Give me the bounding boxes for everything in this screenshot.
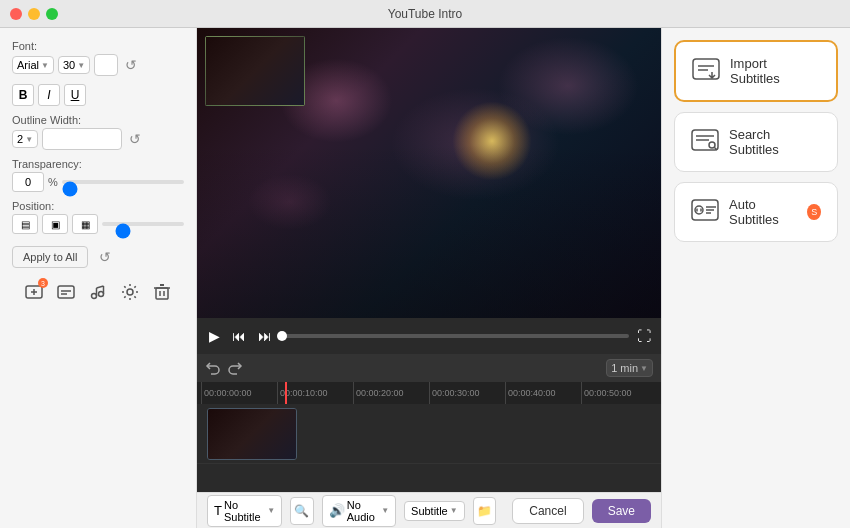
bottom-bar: T No Subtitle ▼ 🔍 🔊 No Audio ▼ Subtitle … [197, 492, 661, 528]
minimize-button[interactable] [28, 8, 40, 20]
search-subtitle-label: Search Subtitles [729, 127, 821, 157]
outline-refresh-button[interactable]: ↺ [126, 130, 144, 148]
playhead [285, 382, 287, 404]
timeline-left-tools [205, 360, 243, 376]
ruler-mark-2: 00:00:20:00 [353, 382, 429, 404]
auto-subtitle-badge: S [807, 204, 821, 220]
timeline-tracks [197, 404, 661, 492]
outline-width-select[interactable]: 2 ▼ [12, 130, 38, 148]
bold-button[interactable]: B [12, 84, 34, 106]
close-button[interactable] [10, 8, 22, 20]
add-track-icon[interactable]: 3 [22, 280, 46, 304]
center-area: ▶ ⏮ ⏭ ⛶ [197, 28, 661, 528]
subtitle-icon[interactable] [54, 280, 78, 304]
subtitle-type-label: Subtitle [411, 505, 448, 517]
video-preview [197, 28, 661, 318]
font-family-value: Arial [17, 59, 39, 71]
chevron-down-icon: ▼ [77, 61, 85, 70]
chevron-down-icon: ▼ [41, 61, 49, 70]
no-audio-label: No Audio [347, 499, 379, 523]
position-slider[interactable] [102, 222, 184, 226]
play-button[interactable]: ▶ [207, 326, 222, 346]
settings-icon[interactable] [118, 280, 142, 304]
chevron-down-icon: ▼ [640, 364, 648, 373]
subtitle-type-select[interactable]: Subtitle ▼ [404, 501, 465, 521]
main-container: Font: Arial ▼ 30 ▼ ↺ B I U Outline Width… [0, 28, 850, 528]
position-bottom-icon[interactable]: ▦ [72, 214, 98, 234]
window-controls[interactable] [10, 8, 58, 20]
search-button[interactable]: 🔍 [290, 497, 314, 525]
import-subtitle-label: Import Subtitles [730, 56, 820, 86]
percent-sign: % [48, 176, 58, 188]
chevron-down-icon: ▼ [267, 506, 275, 515]
video-track [197, 404, 661, 464]
prev-frame-button[interactable]: ⏮ [230, 326, 248, 346]
save-button[interactable]: Save [592, 499, 651, 523]
underline-button[interactable]: U [64, 84, 86, 106]
font-family-select[interactable]: Arial ▼ [12, 56, 54, 74]
svg-rect-12 [156, 288, 168, 299]
clip-thumbnail [208, 409, 296, 459]
font-size-select[interactable]: 30 ▼ [58, 56, 90, 74]
transparency-range[interactable] [62, 187, 184, 191]
video-controls: ▶ ⏮ ⏭ ⛶ [197, 318, 661, 354]
position-section: Position: ▤ ▣ ▦ [12, 200, 184, 234]
apply-row: Apply to All ↺ [12, 246, 184, 268]
chevron-down-icon: ▼ [381, 506, 389, 515]
music-icon[interactable] [86, 280, 110, 304]
progress-thumb [277, 331, 287, 341]
position-label: Position: [12, 200, 184, 212]
chevron-down-icon: ▼ [25, 135, 33, 144]
zoom-select[interactable]: 1 min ▼ [606, 359, 653, 377]
progress-bar[interactable] [282, 334, 629, 338]
italic-button[interactable]: I [38, 84, 60, 106]
search-subtitles-option[interactable]: Search Subtitles [674, 112, 838, 172]
transparency-input[interactable] [12, 172, 44, 192]
apply-refresh-button[interactable]: ↺ [96, 248, 114, 266]
position-center-icon[interactable]: ▣ [42, 214, 68, 234]
svg-point-26 [695, 206, 703, 214]
auto-subtitles-option[interactable]: Auto Subtitles S [674, 182, 838, 242]
font-section: Font: Arial ▼ 30 ▼ ↺ [12, 40, 184, 76]
font-row: Arial ▼ 30 ▼ ↺ [12, 54, 184, 76]
svg-rect-25 [692, 200, 718, 220]
auto-subtitle-icon [691, 199, 719, 226]
subtitle-track-select[interactable]: T No Subtitle ▼ [207, 495, 282, 527]
ruler-mark-5: 00:00:50:00 [581, 382, 657, 404]
transparency-slider[interactable] [62, 180, 184, 184]
video-clip[interactable] [207, 408, 297, 460]
right-panel: Import Subtitles Search Subtitles [661, 28, 850, 528]
svg-line-10 [97, 286, 104, 288]
ruler-mark-0: 00:00:00:00 [201, 382, 277, 404]
import-subtitle-icon [692, 58, 720, 85]
no-subtitle-label: No Subtitle [224, 499, 265, 523]
ruler-mark-1: 00:00:10:00 [277, 382, 353, 404]
position-top-left-icon[interactable]: ▤ [12, 214, 38, 234]
format-row: B I U [12, 84, 184, 106]
svg-rect-3 [58, 286, 74, 298]
left-panel: Font: Arial ▼ 30 ▼ ↺ B I U Outline Width… [0, 28, 197, 528]
refresh-button[interactable]: ↺ [122, 56, 140, 74]
font-label: Font: [12, 40, 184, 52]
import-subtitles-option[interactable]: Import Subtitles [674, 40, 838, 102]
folder-button[interactable]: 📁 [473, 497, 497, 525]
next-frame-button[interactable]: ⏭ [256, 326, 274, 346]
font-color-picker[interactable] [94, 54, 118, 76]
auto-subtitle-label: Auto Subtitles [729, 197, 797, 227]
timeline-right-tools: 1 min ▼ [606, 359, 653, 377]
delete-icon[interactable] [150, 280, 174, 304]
thumbnail-preview [205, 36, 305, 106]
position-row: ▤ ▣ ▦ [12, 214, 184, 234]
timeline-toolbar: 3 [12, 280, 184, 304]
maximize-button[interactable] [46, 8, 58, 20]
font-size-value: 30 [63, 59, 75, 71]
position-range[interactable] [102, 229, 184, 233]
outline-color-picker[interactable] [42, 128, 122, 150]
audio-track-select[interactable]: 🔊 No Audio ▼ [322, 495, 396, 527]
cancel-button[interactable]: Cancel [512, 498, 583, 524]
transparency-section: Transparency: % [12, 158, 184, 192]
redo-button[interactable] [227, 360, 243, 376]
fullscreen-button[interactable]: ⛶ [637, 328, 651, 344]
apply-to-all-button[interactable]: Apply to All [12, 246, 88, 268]
undo-button[interactable] [205, 360, 221, 376]
